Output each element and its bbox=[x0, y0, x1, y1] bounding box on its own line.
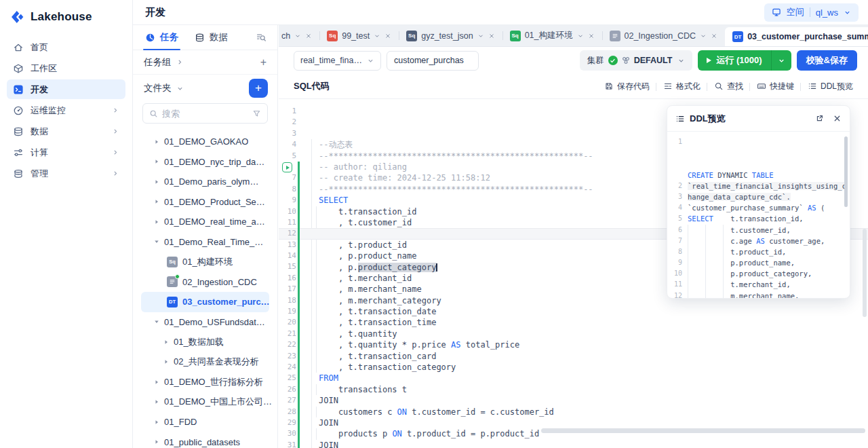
cluster-selector[interactable]: 集群 DEFAULT bbox=[580, 50, 693, 71]
validate-save-button[interactable]: 校验&保存 bbox=[797, 50, 857, 71]
caret-right-icon[interactable] bbox=[153, 198, 160, 205]
caret-right-icon[interactable] bbox=[153, 379, 160, 386]
chevron-down-icon[interactable] bbox=[477, 33, 484, 39]
caret-down-icon[interactable] bbox=[153, 318, 160, 325]
tree-item[interactable]: 01_Demo_Real_Time_… bbox=[133, 232, 277, 253]
close-icon[interactable] bbox=[384, 33, 391, 39]
chevron-down-icon[interactable] bbox=[700, 33, 707, 39]
chevron-down-icon[interactable] bbox=[294, 33, 301, 39]
run-options-button[interactable] bbox=[771, 50, 791, 71]
tree-item[interactable]: 01_public_datasets bbox=[133, 432, 277, 448]
tree-item[interactable]: 01_Demo_USFundsdat… bbox=[133, 312, 277, 333]
caret-right-icon[interactable] bbox=[163, 358, 170, 365]
add-task-group-button[interactable]: + bbox=[260, 57, 267, 68]
editor-tab[interactable]: Sq 01_构建环境 bbox=[502, 25, 602, 46]
tree-item-label: 01_DEMO_中国上市公司… bbox=[164, 396, 272, 408]
action-format[interactable]: 格式化 bbox=[656, 81, 707, 92]
tree-item[interactable]: 01_数据加载 bbox=[133, 332, 277, 352]
editor-tab[interactable]: ch bbox=[279, 25, 319, 46]
tree-item[interactable]: 02_Ingestion_CDC bbox=[133, 272, 277, 293]
sidebar-item-compute[interactable]: 计算 bbox=[7, 143, 125, 162]
tree-item-label: 01_构建环境 bbox=[182, 256, 233, 268]
tree-item[interactable]: 01_Demo_paris_olym… bbox=[133, 172, 277, 192]
tree-item[interactable]: 01_DEMO_GAOKAO bbox=[133, 132, 277, 152]
dev-icon bbox=[13, 84, 24, 95]
workspace-divider bbox=[810, 7, 810, 17]
editor-tab[interactable]: 02_Ingestion_CDC bbox=[602, 25, 726, 46]
caret-right-icon[interactable] bbox=[153, 398, 160, 405]
tab-tasks[interactable]: 任务 bbox=[145, 25, 178, 50]
sidebar-item-admin[interactable]: 管理 bbox=[7, 164, 125, 183]
action-ddl-list[interactable]: DDL预览 bbox=[801, 81, 860, 92]
tree-item[interactable]: Sq01_构建环境 bbox=[133, 252, 277, 272]
chevron-down-icon[interactable] bbox=[176, 85, 184, 92]
editor-tab[interactable]: Sq gyz_test_json bbox=[399, 25, 502, 46]
caret-right-icon[interactable] bbox=[153, 419, 160, 426]
tasks-icon bbox=[145, 33, 155, 43]
action-save[interactable]: 保存代码 bbox=[597, 81, 656, 92]
tree-item[interactable]: DT03_customer_purc… bbox=[141, 292, 269, 312]
tree-item[interactable]: 01_DEMO_Product_Se… bbox=[133, 192, 277, 212]
chevron-down-icon[interactable] bbox=[577, 33, 584, 39]
sq-file-icon: Sq bbox=[327, 31, 338, 41]
editor-tab[interactable]: DT 03_customer_purchase_summary bbox=[725, 27, 868, 46]
close-icon[interactable] bbox=[488, 33, 495, 39]
open-in-new-icon[interactable] bbox=[815, 114, 824, 123]
close-icon[interactable] bbox=[833, 114, 842, 123]
line-number: 3 bbox=[279, 128, 296, 139]
tab-data[interactable]: 数据 bbox=[195, 25, 228, 50]
sidebar-item-data[interactable]: 数据 bbox=[7, 122, 125, 141]
close-icon[interactable] bbox=[711, 33, 717, 39]
horizontal-scrollbar[interactable] bbox=[541, 428, 865, 433]
tree-item[interactable]: 02_共同基金表现分析 bbox=[133, 352, 277, 373]
workspace-switcher[interactable]: 空间 ql_ws bbox=[764, 3, 859, 22]
caret-right-icon[interactable] bbox=[163, 339, 170, 346]
caret-right-icon[interactable] bbox=[153, 158, 160, 165]
tree-item[interactable]: 01_FDD bbox=[133, 412, 277, 432]
line-number: 30 bbox=[279, 428, 296, 439]
tree-item[interactable]: 01_DEMO_中国上市公司… bbox=[133, 392, 277, 413]
action-keyboard[interactable]: 快捷键 bbox=[750, 81, 801, 92]
code-header-actions: 保存代码 格式化 查找 快捷键 DDL预览 bbox=[597, 81, 860, 92]
sidebar-item-workspace[interactable]: 工作区 bbox=[7, 58, 125, 78]
search-list-icon[interactable] bbox=[256, 32, 267, 43]
action-search[interactable]: 查找 bbox=[707, 81, 750, 92]
ddl-line: 3 t.customer_id, bbox=[667, 191, 850, 202]
table-name-input[interactable] bbox=[387, 51, 479, 71]
editor-tab[interactable]: Sq 99_test bbox=[319, 25, 399, 46]
explorer-panel: 任务 数据 任务组 + 文件夹 + bbox=[133, 25, 278, 448]
tree-item-label: 02_共同基金表现分析 bbox=[174, 356, 259, 368]
code-header-title: SQL代码 bbox=[294, 80, 330, 92]
close-icon[interactable] bbox=[588, 33, 595, 39]
caret-right-icon[interactable] bbox=[153, 179, 160, 185]
caret-right-icon[interactable] bbox=[153, 219, 160, 225]
run-statement-button[interactable] bbox=[282, 162, 292, 172]
run-button[interactable]: 运行 (1000) bbox=[698, 50, 770, 71]
folder-label: 文件夹 bbox=[144, 82, 172, 94]
editor-tab-label: 03_customer_purchase_summary bbox=[747, 32, 868, 41]
caret-right-icon[interactable] bbox=[153, 138, 160, 145]
sidebar-item-dev[interactable]: 开发 bbox=[7, 79, 125, 99]
line-number: 1 bbox=[279, 106, 296, 117]
line-number: 17 bbox=[279, 284, 296, 295]
filter-icon[interactable] bbox=[252, 109, 261, 118]
close-icon[interactable] bbox=[305, 33, 312, 39]
tree-search-input[interactable] bbox=[162, 109, 248, 119]
add-file-button[interactable]: + bbox=[249, 79, 268, 98]
tree-item[interactable]: 01_DEMO_世行指标分析 bbox=[133, 372, 277, 392]
caret-right-icon[interactable] bbox=[153, 438, 160, 445]
line-number: 11 bbox=[279, 217, 296, 228]
table-select[interactable]: real_time_fina… bbox=[294, 51, 381, 71]
search-icon bbox=[714, 81, 724, 91]
ddl-scrollbar[interactable] bbox=[844, 136, 848, 207]
chevron-down-icon[interactable] bbox=[374, 33, 380, 39]
sidebar-item-ops[interactable]: 运维监控 bbox=[7, 100, 125, 120]
action-label: DDL预览 bbox=[821, 81, 853, 92]
editor-tab-label: 02_Ingestion_CDC bbox=[625, 31, 696, 41]
vertical-scrollbar[interactable] bbox=[863, 229, 867, 317]
caret-down-icon[interactable] bbox=[153, 238, 160, 245]
chevron-right-icon[interactable] bbox=[176, 58, 184, 66]
sidebar-item-home[interactable]: 首页 bbox=[7, 37, 125, 57]
tree-item[interactable]: 01_DEMO_nyc_trip_da… bbox=[133, 152, 277, 172]
tree-item[interactable]: 01_DEMO_real_time_a… bbox=[133, 212, 277, 232]
